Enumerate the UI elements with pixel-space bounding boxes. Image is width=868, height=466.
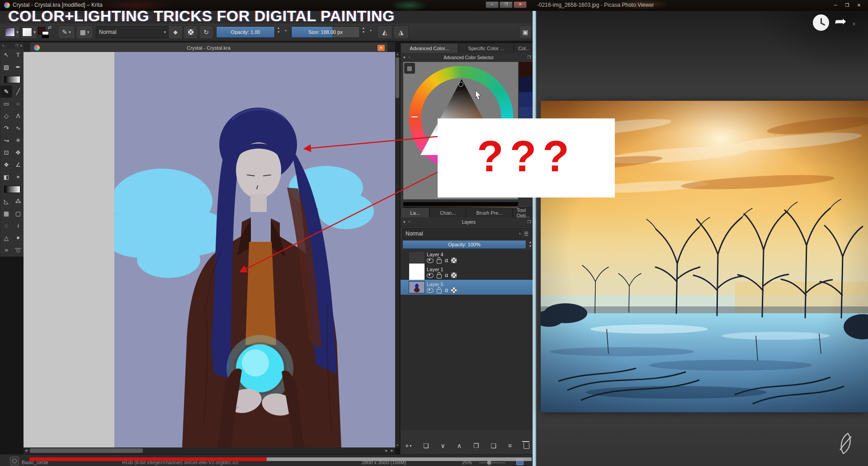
add-layer-button[interactable]: +▾ [405,442,411,449]
scroll-right-icon[interactable]: ▶ [391,449,393,452]
collapse-icon[interactable]: ▾ [403,55,406,60]
pattern-chooser-button[interactable]: ▾ [21,25,37,39]
vscroll-thumb[interactable] [396,57,399,98]
float-icon[interactable]: ❐ [527,55,531,60]
move-layer-out-button[interactable]: ❑ [491,442,496,449]
tool-freehand-select-tool[interactable]: ≀ [12,220,24,232]
tab-advanced-color[interactable]: Advanced Color... [401,43,458,53]
selector-settings-button[interactable]: ▤ [404,63,415,74]
workspace-chooser-button[interactable]: ▣ [519,25,532,39]
duplicate-layer-button[interactable]: ❏ [423,442,429,449]
blending-mode-select[interactable]: Normal ▾ [96,26,169,38]
zoom-slider[interactable] [479,462,505,463]
swap-colors-icon[interactable]: ⇄ [48,25,52,30]
minimize-button[interactable]: ─ [486,1,499,8]
tool-similar-select-tool[interactable]: ≈ [0,244,12,256]
collapse-icon[interactable]: ▾ [403,220,406,224]
horizontal-scrollbar[interactable]: ◀ ◀ ▶ [24,447,395,454]
tool-calligraphy-tool[interactable]: ✒ [12,61,24,73]
tool-grid-tool[interactable]: ▦ [0,207,12,220]
eraser-mode-button[interactable]: ◆ [168,25,183,39]
hscroll-thumb[interactable] [30,448,143,453]
zoom-slider-knob[interactable] [487,461,491,465]
close-icon[interactable]: ✕ [19,44,23,48]
video-progress-bar-track[interactable] [267,457,532,461]
move-layer-down-button[interactable]: ∨ [441,442,445,449]
tool-freehand-brush-tool[interactable]: ✎ [0,85,12,98]
share-arrow-icon[interactable]: ➦ [835,14,847,29]
history-clock-button[interactable] [813,14,829,31]
tool-ellipse-select-tool[interactable]: ◌ [0,220,12,232]
tool-rect-select-tool[interactable]: ▢ [12,207,24,220]
layer-lock-icon[interactable] [437,274,442,278]
layer-row[interactable]: Layer 1α [401,265,534,280]
brush-presets-button[interactable]: ▦▾ [76,25,93,39]
close-button[interactable]: ✕ [854,2,864,9]
spin-down-icon[interactable]: ▼ [361,30,366,33]
tool-edit-shapes-tool[interactable]: ▧ [0,61,12,73]
layer-alpha-icon[interactable]: α [445,287,448,293]
layer-alpha-checker-icon[interactable] [451,287,457,293]
layer-opacity-slider[interactable]: Opacity: 100% [402,240,526,249]
tab-close-button[interactable]: ✕ [377,45,385,51]
painting-canvas[interactable] [114,52,395,447]
size-slider[interactable]: Size: 188.00 px [291,26,360,38]
tool-freehand-path-tool[interactable]: ∿ [12,122,24,134]
tool-gradient-edit-tool[interactable] [0,73,24,85]
float-icon[interactable]: ❐ [527,220,531,224]
video-progress-bar-played[interactable] [29,457,267,461]
tool-polygon-tool[interactable]: ◇ [0,110,12,122]
tool-pattern-tool[interactable]: ⁂ [12,195,24,207]
preserve-alpha-button[interactable] [184,25,198,39]
tab-tool-options[interactable]: Tool Opti... [513,207,534,217]
share-close-icon[interactable]: x [853,21,855,26]
tool-rectangle-tool[interactable]: ▭ [0,98,12,110]
layer-properties-button[interactable]: ≡ [508,442,512,449]
tool-assistants-tool[interactable]: ◺ [0,195,12,207]
reload-preset-button[interactable]: ↻ [199,25,213,39]
tool-multibrush-tool[interactable]: ✳ [12,134,24,146]
maximize-button[interactable]: ❒ [842,2,853,9]
tool-move-tool[interactable]: ✥ [12,146,24,159]
tool-bezier-curve-tool[interactable]: ↷ [0,122,12,134]
opacity-spinner[interactable]: ▲▼ [276,26,281,33]
tool-fill-tool[interactable]: ◧ [0,171,12,183]
layer-visibility-icon[interactable] [427,273,434,278]
layer-alpha-checker-icon[interactable] [451,258,457,263]
tab-layers[interactable]: La... [401,207,429,217]
move-layer-into-button[interactable]: ❐ [473,442,479,449]
tool-line-tool[interactable]: ╱ [12,85,24,98]
layer-filter-button[interactable]: ☰ [520,228,532,239]
layer-row[interactable]: Layer 5α [401,280,534,295]
tool-polyline-tool[interactable]: Λ [12,110,24,122]
minimize-button[interactable]: ─ [830,2,841,9]
tab-brush-presets[interactable]: Brush Pre... [466,207,512,217]
panel-menu-icon[interactable]: ◔ [408,220,410,224]
tool-bezier-select-tool[interactable]: ➰ [12,244,24,256]
layer-lock-icon[interactable] [437,259,442,264]
layer-visibility-icon[interactable] [427,258,434,263]
panel-menu-icon[interactable]: ◔ [408,55,410,60]
float-icon[interactable]: ❐ [15,44,18,48]
tool-transform-tool[interactable]: ❖ [0,159,12,171]
tool-contiguous-select-tool[interactable]: ✦ [12,232,24,244]
document-tab[interactable]: Crystal - Crystal.kra ✕ [30,42,388,52]
spin-up-icon[interactable]: ▲ [361,26,366,29]
canvas-viewport[interactable] [24,52,395,447]
move-layer-up-button[interactable]: ∧ [457,442,462,449]
size-spinner[interactable]: ▲▼ [361,26,366,33]
gradient-chooser-button[interactable]: ▾ [4,25,20,39]
layer-blending-mode-select[interactable]: Normal ▾ [402,228,524,239]
tool-polygonal-select-tool[interactable]: △ [0,232,12,244]
mirror-vertical-button[interactable]: ◮ [393,25,409,39]
color-history-swatch[interactable] [519,77,533,92]
layer-alpha-checker-icon[interactable] [451,273,457,278]
opacity-slider[interactable]: Opacity: 1.00 [216,26,275,38]
delete-layer-button[interactable] [524,443,529,449]
brush-editor-button[interactable]: ✎▾ [58,25,75,39]
tool-gradient-tool[interactable] [0,183,24,195]
maximize-button[interactable]: ❒ [500,1,513,8]
tool-crop-tool[interactable]: ⊡ [0,146,12,159]
tool-color-sampler-tool[interactable]: ⌖ [12,171,24,183]
close-button[interactable]: ✕ [514,1,527,8]
